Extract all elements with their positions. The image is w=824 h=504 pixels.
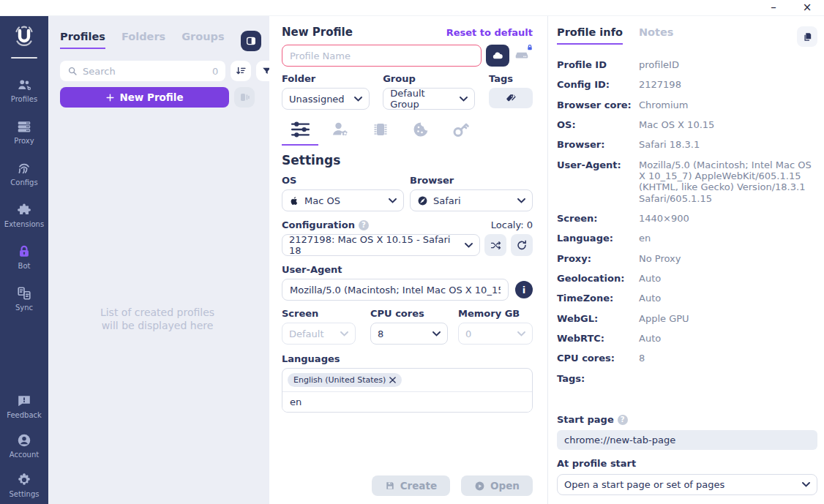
tags-button[interactable] [489,88,533,108]
info-label: OS: [557,119,639,130]
info-row: Proxy:No Proxy [557,253,817,264]
minimize-icon[interactable]: – [767,2,780,13]
tab-profiles[interactable]: Profiles [60,31,105,49]
search-count: 0 [212,66,218,77]
info-label: Language: [557,233,639,244]
create-button[interactable]: Create [372,475,450,496]
info-label: WebRTC: [557,333,639,344]
tab-accounts[interactable] [322,121,359,146]
info-label: Screen: [557,213,639,224]
sidebar-item-bot[interactable]: Bot [15,244,33,270]
start-page-input[interactable] [557,430,817,450]
language-input[interactable] [282,392,532,412]
info-value: Apple GPU [639,313,689,324]
os-label: OS [282,175,404,186]
reset-to-default-link[interactable]: Reset to default [446,27,533,38]
memory-select[interactable]: 0 [458,323,533,345]
info-icon[interactable]: i [515,281,533,298]
sidebar-item-label: Settings [9,490,39,498]
profile-name-input[interactable] [282,45,482,67]
open-button[interactable]: Open [461,475,533,496]
bot-lock-icon [15,244,33,260]
group-select[interactable]: Default Group [383,88,475,110]
info-label: Geolocation: [557,273,639,284]
memory-label: Memory GB [458,308,533,319]
empty-state-line1: List of created profiles [60,306,255,320]
sidebar-item-label: Bot [18,262,31,270]
os-select[interactable]: Mac OS [282,189,404,211]
remove-language-icon[interactable] [389,377,396,383]
browser-label: Browser [410,175,533,186]
info-label: CPU cores: [557,353,639,364]
info-rows: Profile IDprofileID Config ID:2127198 Br… [557,59,817,393]
tab-passwords[interactable] [443,121,479,146]
tab-folders[interactable]: Folders [121,31,165,48]
tab-general-settings[interactable] [282,121,318,146]
sidebar-item-proxy[interactable]: Proxy [14,119,34,145]
fingerprint-icon [15,160,33,176]
search-input[interactable] [83,66,207,77]
browser-value: Safari [433,195,461,206]
empty-state-line2: will be displayed here [60,320,255,333]
language-chip: English (United States) [288,373,402,387]
tab-cookies[interactable] [402,121,439,146]
info-row: Profile IDprofileID [557,59,817,70]
sidebar-item-settings[interactable]: Settings [9,472,39,498]
new-profile-button[interactable]: New Profile [60,87,229,108]
folder-select[interactable]: Unassigned [282,88,370,110]
locally-count: Localy: 0 [491,219,533,230]
local-storage-button[interactable] [514,46,533,65]
copy-icon [802,31,813,42]
info-value: 2127198 [639,79,681,90]
sidebar-item-profiles[interactable]: Profiles [11,77,37,103]
screen-select[interactable]: Default [282,323,356,345]
sidebar-item-extensions[interactable]: Extensions [4,202,44,228]
sidebar-item-sync[interactable]: Sync [15,285,33,312]
sort-button[interactable] [231,61,251,81]
info-value: Auto [639,273,661,284]
chevron-down-icon [340,331,348,336]
help-icon[interactable]: ? [359,220,369,230]
info-row: TimeZone:Auto [557,293,817,304]
quick-profiles-button[interactable] [234,87,255,108]
at-profile-start-select[interactable]: Open a start page or set of pages [557,474,817,495]
tab-notes[interactable]: Notes [639,26,674,43]
toggle-panel-button[interactable] [241,31,261,51]
user-agent-input[interactable] [282,279,509,301]
copy-info-button[interactable] [797,26,817,47]
info-label: TimeZone: [557,293,639,304]
info-row: CPU cores:8 [557,353,817,364]
gear-icon [15,472,33,488]
sidebar-item-feedback[interactable]: Feedback [7,393,42,419]
info-value: Mozilla/5.0 (Macintosh; Intel Mac OS X 1… [639,159,817,204]
chevron-down-icon [465,243,473,248]
cpu-cores-select[interactable]: 8 [370,323,448,345]
settings-section-title: Settings [282,153,533,168]
configuration-label: Configuration [282,219,355,230]
tab-groups[interactable]: Groups [181,31,224,48]
group-label: Group [383,73,475,84]
close-icon[interactable]: × [801,2,814,13]
tab-hardware[interactable] [362,121,399,146]
folder-label: Folder [282,73,370,84]
sort-icon [235,65,247,77]
sidebar-item-account[interactable]: Account [10,432,39,459]
refresh-config-button[interactable] [511,234,533,256]
sidebar-item-label: Proxy [14,137,34,145]
languages-box: English (United States) [282,368,533,413]
sidebar-item-configs[interactable]: Configs [10,160,37,187]
sidebar-item-label: Profiles [11,95,37,103]
user-gear-icon [331,121,351,138]
profiles-list-panel: Profiles Folders Groups 0 [48,16,269,504]
form-title: New Profile [282,26,353,39]
cloud-storage-button[interactable] [486,45,509,67]
start-page-label: Start page [557,414,614,425]
sync-icon [15,285,33,301]
browser-select[interactable]: Safari [410,189,533,211]
tab-profile-info[interactable]: Profile info [557,26,623,45]
configuration-select[interactable]: 2127198: Mac OS X 10.15 - Safari 18 [282,234,480,256]
help-icon[interactable]: ? [618,415,628,425]
empty-state-message: List of created profiles will be display… [60,306,255,332]
app-window: – × Profiles Proxy [0,0,824,504]
shuffle-config-button[interactable] [484,234,506,256]
